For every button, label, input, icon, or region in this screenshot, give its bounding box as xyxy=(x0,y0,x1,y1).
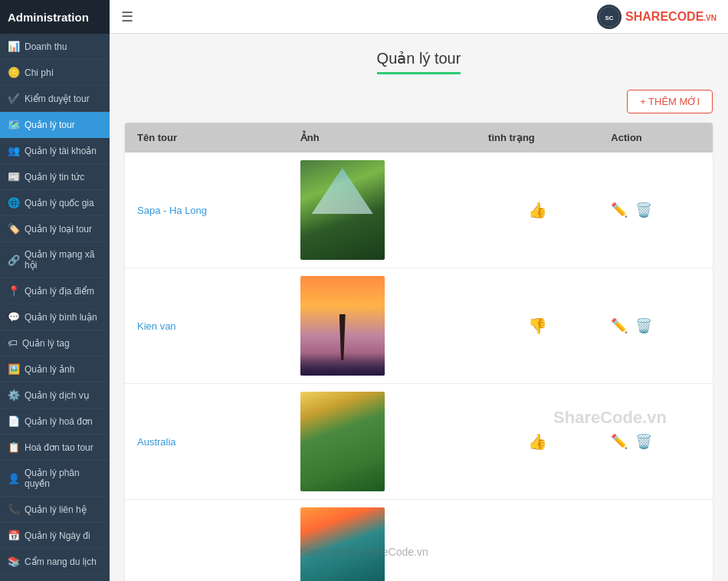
tour-status-cell-4 xyxy=(476,500,598,582)
sidebar-item-quan-ly-quoc-gia[interactable]: 🌐Quản lý quốc gia xyxy=(0,190,110,216)
main-area: ☰ SC SHARECODE.VN Quản lý tour + THÊM MỚ… xyxy=(110,0,728,581)
edit-button-3[interactable]: ✏️ xyxy=(611,433,628,450)
sidebar-item-quan-ly-tai-khoan[interactable]: 👥Quản lý tài khoản xyxy=(0,138,110,164)
quan-ly-tai-khoan-icon: 👥 xyxy=(8,145,20,156)
logo-circle: SC xyxy=(597,5,621,29)
sidebar-label-hoa-don-tao-tour: Hoá đơn tao tour xyxy=(25,442,93,453)
tour-name-cell-4 xyxy=(125,500,288,582)
topbar: ☰ SC SHARECODE.VN xyxy=(110,0,728,34)
table-row-2: Kien van👎 ✏️ 🗑️ xyxy=(125,268,713,384)
tour-status-cell-1: 👍 xyxy=(476,153,598,268)
tour-action-cell-1: ✏️ 🗑️ xyxy=(598,153,713,268)
quan-ly-dia-diem-icon: 📍 xyxy=(8,285,20,297)
sidebar-item-quan-ly-lien-he[interactable]: 📞Quản lý liên hệ xyxy=(0,497,110,523)
svg-text:SC: SC xyxy=(605,15,614,21)
tour-status-cell-3: 👍 xyxy=(476,384,598,500)
edit-button-1[interactable]: ✏️ xyxy=(611,202,628,218)
sidebar-item-quan-ly-tag[interactable]: 🏷Quản lý tag xyxy=(0,330,110,356)
quan-ly-quoc-gia-icon: 🌐 xyxy=(8,197,20,208)
edit-button-2[interactable]: ✏️ xyxy=(611,317,628,334)
logo-text: SHARECODE.VN xyxy=(625,10,717,24)
sidebar-label-quan-ly-quoc-gia: Quản lý quốc gia xyxy=(25,198,94,208)
sidebar-label-quan-ly-tag: Quản lý tag xyxy=(22,338,70,349)
action-icons-3: ✏️ 🗑️ xyxy=(611,433,700,450)
sidebar-item-quan-ly-tour[interactable]: 🗺️Quản lý tour xyxy=(0,112,110,138)
sidebar-label-quan-ly-ngay-di: Quản lý Ngày đi xyxy=(25,530,90,541)
sidebar-title: Administration xyxy=(0,0,110,34)
col-tinh-trang: tình trạng xyxy=(476,123,598,153)
tour-table: Tên tour Ảnh tình trạng Action Sapa - Ha… xyxy=(125,123,713,581)
sidebar-label-quan-ly-lien-he: Quản lý liên hệ xyxy=(25,504,87,515)
sidebar-item-hoa-don-tao-tour[interactable]: 📋Hoá đơn tao tour xyxy=(0,435,110,461)
add-button[interactable]: + THÊM MỚI xyxy=(627,90,713,113)
quan-ly-mang-xa-hoi-icon: 🔗 xyxy=(8,254,20,266)
cam-nang-du-lich-icon: 📚 xyxy=(8,556,20,567)
sidebar-item-khuyen-mai[interactable]: 🎁Khuyến mãi xyxy=(0,575,110,581)
sidebar-item-quan-ly-dia-diem[interactable]: 📍Quản lý địa điểm xyxy=(0,278,110,304)
table-body: Sapa - Ha Long👍 ✏️ 🗑️ Kien van👎 ✏️ 🗑️ Au… xyxy=(125,153,713,581)
tour-image-cell-4 xyxy=(288,500,476,582)
topbar-left: ☰ xyxy=(121,8,133,25)
hamburger-icon[interactable]: ☰ xyxy=(121,8,133,25)
tour-image-cell-3 xyxy=(288,384,476,500)
sidebar-item-chi-phi[interactable]: 🪙Chi phí xyxy=(0,60,110,86)
col-ten-tour: Tên tour xyxy=(125,123,288,153)
tour-action-cell-3: ✏️ 🗑️ xyxy=(598,384,713,500)
delete-button-3[interactable]: 🗑️ xyxy=(635,433,652,450)
sidebar-item-quan-ly-dich-vu[interactable]: ⚙️Quản lý dịch vụ xyxy=(0,382,110,409)
tour-image-1 xyxy=(300,160,385,260)
sidebar-item-quan-ly-anh[interactable]: 🖼️Quản lý ảnh xyxy=(0,356,110,382)
tour-name-link-2[interactable]: Kien van xyxy=(137,320,176,332)
sidebar-item-quan-ly-mang-xa-hoi[interactable]: 🔗Quản lý mạng xã hội xyxy=(0,242,110,278)
quan-ly-loai-tour-icon: 🏷️ xyxy=(8,223,20,235)
tour-image-cell-1 xyxy=(288,153,476,268)
tour-action-cell-2: ✏️ 🗑️ xyxy=(598,268,713,384)
col-anh: Ảnh xyxy=(288,123,476,153)
sidebar-item-kiem-duyet-tour[interactable]: ✔️Kiểm duyệt tour xyxy=(0,86,110,112)
table-row-1: Sapa - Ha Long👍 ✏️ 🗑️ xyxy=(125,153,713,268)
sidebar-item-quan-ly-binh-luan[interactable]: 💬Quản lý bình luận xyxy=(0,304,110,330)
quan-ly-anh-icon: 🖼️ xyxy=(8,363,20,375)
status-down-icon-2: 👎 xyxy=(528,317,547,334)
hoa-don-tao-tour-icon: 📋 xyxy=(8,441,20,453)
action-icons-2: ✏️ 🗑️ xyxy=(611,317,700,334)
quan-ly-tin-tuc-icon: 📰 xyxy=(8,171,20,182)
table-row-3: Australia👍 ✏️ 🗑️ xyxy=(125,384,713,500)
sidebar-label-kiem-duyet-tour: Kiểm duyệt tour xyxy=(25,94,90,104)
quan-ly-lien-he-icon: 📞 xyxy=(8,504,20,515)
content-area: Quản lý tour + THÊM MỚI Tên tour Ảnh tìn… xyxy=(110,34,728,581)
sidebar-item-quan-ly-loai-tour[interactable]: 🏷️Quản lý loại tour xyxy=(0,216,110,242)
tour-image-4 xyxy=(300,507,385,581)
sidebar-item-doanh-thu[interactable]: 📊Doanh thu xyxy=(0,34,110,60)
delete-button-1[interactable]: 🗑️ xyxy=(635,202,652,218)
quan-ly-binh-luan-icon: 💬 xyxy=(8,311,20,323)
sidebar-item-quan-ly-hoa-don[interactable]: 📄Quản lý hoá đơn xyxy=(0,409,110,435)
tour-name-cell-3: Australia xyxy=(125,384,288,500)
sidebar-item-quan-ly-ngay-di[interactable]: 📅Quản lý Ngày đi xyxy=(0,523,110,549)
sidebar-label-chi-phi: Chi phí xyxy=(25,67,54,78)
topbar-logo: SC SHARECODE.VN xyxy=(597,5,717,29)
tour-status-cell-2: 👎 xyxy=(476,268,598,384)
sidebar: Administration 📊Doanh thu🪙Chi phí✔️Kiểm … xyxy=(0,0,110,581)
sidebar-label-quan-ly-tin-tuc: Quản lý tin tức xyxy=(25,172,84,182)
status-up-icon-1: 👍 xyxy=(528,202,547,218)
page-title: Quản lý tour xyxy=(377,49,461,74)
tour-name-link-3[interactable]: Australia xyxy=(137,436,176,448)
tour-image-3 xyxy=(300,392,385,491)
quan-ly-tag-icon: 🏷 xyxy=(8,337,18,349)
table-row-4 xyxy=(125,500,713,582)
tour-name-link-1[interactable]: Sapa - Ha Long xyxy=(137,205,207,216)
quan-ly-hoa-don-icon: 📄 xyxy=(8,415,20,427)
sidebar-item-quan-ly-phan-quyen[interactable]: 👤Quản lý phân quyền xyxy=(0,461,110,497)
sidebar-item-quan-ly-tin-tuc[interactable]: 📰Quản lý tin tức xyxy=(0,164,110,190)
sidebar-label-quan-ly-dia-diem: Quản lý địa điểm xyxy=(25,286,94,297)
chi-phi-icon: 🪙 xyxy=(8,67,20,78)
quan-ly-tour-icon: 🗺️ xyxy=(8,119,20,130)
tour-image-2 xyxy=(300,276,385,376)
col-action: Action xyxy=(598,123,713,153)
sidebar-item-cam-nang-du-lich[interactable]: 📚Cẩm nang du lịch xyxy=(0,549,110,575)
sidebar-label-quan-ly-hoa-don: Quản lý hoá đơn xyxy=(25,416,93,427)
delete-button-2[interactable]: 🗑️ xyxy=(635,317,652,334)
action-icons-1: ✏️ 🗑️ xyxy=(611,202,700,218)
sidebar-label-cam-nang-du-lich: Cẩm nang du lịch xyxy=(25,556,97,567)
